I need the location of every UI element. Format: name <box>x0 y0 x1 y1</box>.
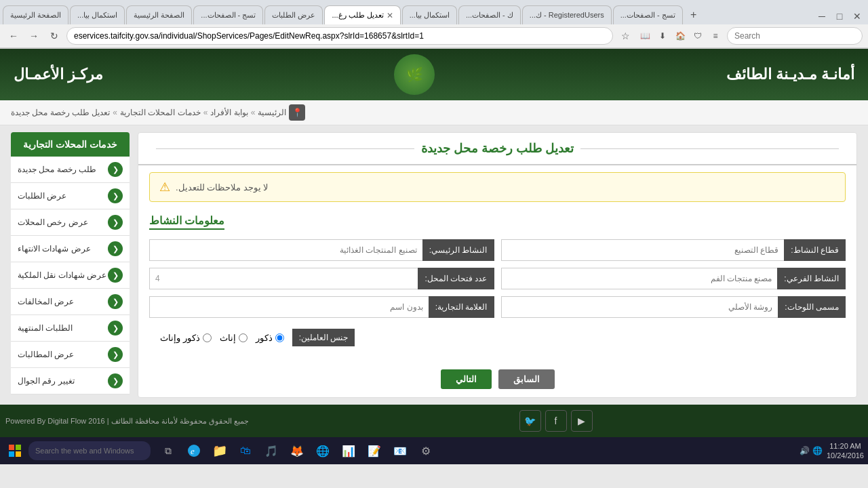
rooms-input[interactable] <box>501 296 778 318</box>
main-activity-input[interactable] <box>149 239 422 261</box>
sidebar-item-1[interactable]: ❮ عرض الطلبات <box>11 183 130 209</box>
svg-rect-2 <box>9 451 14 457</box>
browser-chrome: الصفحة الرئيسية استكمال بيا... الصفحة ال… <box>0 0 868 49</box>
reader-icon[interactable]: 📖 <box>637 28 652 43</box>
activity-sector-input[interactable] <box>501 239 785 261</box>
taskbar-settings[interactable]: ⚙ <box>414 439 438 463</box>
tab-1[interactable]: استكمال بيا... <box>70 5 125 24</box>
sidebar-item-2[interactable]: ❮ عرض رخص المحلات <box>11 209 130 236</box>
taskbar-search-input[interactable] <box>28 441 151 460</box>
refresh-button[interactable]: ↻ <box>46 28 62 44</box>
gender-female-label[interactable]: إناث <box>220 333 248 343</box>
tray-icon-2: 🌐 <box>812 446 823 455</box>
menu-icon[interactable]: ≡ <box>708 28 723 43</box>
download-icon[interactable]: ⬇ <box>655 28 670 43</box>
site-logo: 🌿 <box>394 54 435 95</box>
sidebar-item-6[interactable]: ❮ الطلبات المنتهية <box>11 315 130 342</box>
sidebar-item-7[interactable]: ❮ عرض المطالبات <box>11 342 130 368</box>
home-icon[interactable]: 🏠 <box>673 28 688 43</box>
tab-8[interactable]: RegisteredUsers - ك... <box>522 5 612 24</box>
close-window-button[interactable]: ✕ <box>849 8 865 24</box>
sidebar-label-2: عرض رخص المحلات <box>18 218 88 227</box>
new-tab-button[interactable]: + <box>684 5 703 24</box>
gender-both-label[interactable]: ذكور وإناث <box>160 333 212 343</box>
main-activity-label: النشاط الرئيسي: <box>422 239 494 261</box>
gender-both-radio[interactable] <box>203 333 212 342</box>
taskbar-ie[interactable]: e <box>182 439 206 463</box>
tab-0[interactable]: الصفحة الرئيسية <box>3 5 68 24</box>
shield-icon[interactable]: 🛡 <box>690 28 705 43</box>
tab-3[interactable]: تسج - الصفحات... <box>193 5 263 24</box>
taskbar-taskview[interactable]: ⧉ <box>156 439 180 463</box>
form-section: قطاع النشاط: النشاط الرئيسي: النشاط الفر… <box>138 235 856 361</box>
tab-6[interactable]: استكمال بيا... <box>402 5 457 24</box>
maximize-button[interactable]: □ <box>831 8 848 24</box>
address-bar: ← → ↻ ☆ 📖 ⬇ 🏠 🛡 ≡ <box>0 24 868 48</box>
taskbar-excel[interactable]: 📊 <box>336 439 361 463</box>
taskbar-store[interactable]: 🛍 <box>233 439 258 463</box>
bookmark-button[interactable]: ☆ <box>617 28 633 44</box>
shop-count-label: عدد فتحات المحل: <box>418 268 494 289</box>
taskbar-word[interactable]: 📝 <box>362 439 387 463</box>
warning-text: لا يوجد ملاحظات للتعديل. <box>176 182 268 192</box>
browser-icons: 📖 ⬇ 🏠 🛡 ≡ <box>637 28 723 43</box>
start-button[interactable] <box>4 440 26 462</box>
taskbar-media[interactable]: 🎵 <box>259 439 283 463</box>
breadcrumb-item-1[interactable]: بوابة الأفراد <box>210 108 248 117</box>
svg-text:e: e <box>191 446 195 456</box>
taskbar-firefox[interactable]: 🦊 <box>285 439 309 463</box>
svg-rect-1 <box>16 445 21 450</box>
prev-button[interactable]: السابق <box>498 369 555 389</box>
tab-9[interactable]: تسج - الصفحات... <box>613 5 683 24</box>
sidebar-label-4: عرض شهادات نقل الملكية <box>18 270 106 280</box>
svg-rect-0 <box>9 445 14 450</box>
gender-male-radio[interactable] <box>275 333 284 342</box>
browser-search-input[interactable] <box>727 27 863 45</box>
twitter-icon[interactable]: 🐦 <box>519 410 541 432</box>
breadcrumb-item-0[interactable]: الرئيسية <box>258 108 286 117</box>
form-row-1: قطاع النشاط: النشاط الرئيسي: <box>149 239 846 261</box>
tab-4[interactable]: عرض الطلبات <box>264 5 323 24</box>
page-title: تعديل طلب رخصة محل جديدة <box>421 141 574 156</box>
sidebar-label-6: الطلبات المنتهية <box>18 323 73 333</box>
sidebar-label-8: تغيير رقم الجوال <box>18 376 75 386</box>
next-button[interactable]: التالي <box>441 369 492 389</box>
form-row-2: النشاط الفرعي: عدد فتحات المحل: <box>149 268 846 289</box>
sidebar-item-4[interactable]: ❮ عرض شهادات نقل الملكية <box>11 262 130 289</box>
forward-button[interactable]: → <box>26 28 42 44</box>
back-button[interactable]: ← <box>5 28 22 44</box>
brand-input[interactable] <box>149 296 429 318</box>
sidebar-item-0[interactable]: ❮ طلب رخصة محل جديدة <box>11 157 130 183</box>
tab-2[interactable]: الصفحة الرئيسية <box>126 5 192 24</box>
tab-7[interactable]: ك - الصفحات... <box>458 5 521 24</box>
gender-male-text: ذكور <box>256 333 273 343</box>
sidebar-label-5: عرض المخالفات <box>18 297 74 306</box>
minimize-button[interactable]: ─ <box>814 8 830 24</box>
gender-male-label[interactable]: ذكور <box>256 333 284 343</box>
site-right-area: أمانـة مـديـنة الطائف <box>726 66 854 83</box>
gender-female-radio[interactable] <box>239 333 248 342</box>
facebook-icon[interactable]: f <box>545 410 567 432</box>
taskbar-chrome[interactable]: 🌐 <box>311 439 335 463</box>
sidebar-item-5[interactable]: ❮ عرض المخالفات <box>11 289 130 315</box>
taskbar-clock: 11:20 AM 10/24/2016 <box>827 441 864 461</box>
sidebar-item-3[interactable]: ❮ عرض شهادات الانتهاء <box>11 236 130 262</box>
form-row-3: مسمى اللوحات: العلامة التجارية: <box>149 296 846 318</box>
url-input[interactable] <box>66 27 613 45</box>
tab-5-active[interactable]: تعديل طلب رغ... ✕ <box>324 5 400 24</box>
close-icon[interactable]: ✕ <box>387 11 393 20</box>
chevron-icon-8: ❮ <box>108 373 123 388</box>
youtube-icon[interactable]: ▶ <box>571 410 593 432</box>
taskbar-outlook[interactable]: 📧 <box>388 439 412 463</box>
sidebar-item-8[interactable]: ❮ تغيير رقم الجوال <box>11 368 130 394</box>
breadcrumb-item-2[interactable]: خدمات المحلات التجارية <box>120 108 201 117</box>
chevron-icon-4: ❮ <box>108 268 123 283</box>
taskbar-files[interactable]: 📁 <box>208 439 232 463</box>
form-group-brand: العلامة التجارية: <box>149 296 494 318</box>
sidebar-title: خدمات المحلات التجارية <box>11 132 130 157</box>
site-title-right: أمانـة مـديـنة الطائف <box>726 66 854 83</box>
sub-activity-input[interactable] <box>501 268 778 289</box>
site-footer: ▶ f 🐦 جميع الحقوق محفوظة لأمانة محافظة ا… <box>0 405 868 437</box>
taskbar-date: 10/24/2016 <box>827 451 864 460</box>
shop-count-input[interactable] <box>149 268 418 289</box>
